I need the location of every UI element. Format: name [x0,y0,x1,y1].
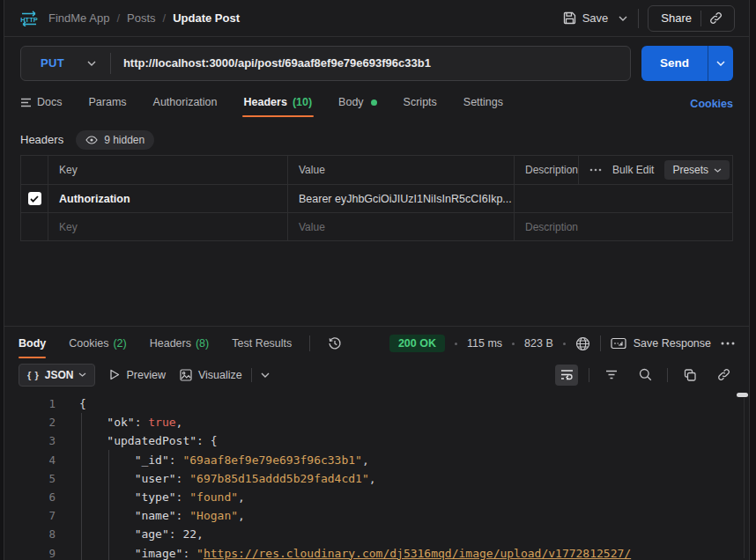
line-number: 7 [4,506,66,525]
json-link[interactable]: https://res.cloudinary.com/dj5316mqd/ima… [204,547,631,560]
response-more-icon[interactable] [721,342,735,345]
more-views-chevron-icon[interactable] [261,372,270,378]
share-button[interactable]: Share [652,11,700,25]
save-options-chevron-icon[interactable] [617,14,629,23]
row-checkbox-checked[interactable] [28,192,41,205]
tab-scripts-label: Scripts [404,96,437,108]
code-line: 5 "user": "697b85d15addd5b29fad4cd1", [4,469,749,488]
top-bar-actions: Save Share [563,5,735,32]
breadcrumb-request-title: Update Post [173,11,240,25]
response-tab-tests-label: Test Results [232,337,292,350]
code-line-text: "_id": "69aaf8ef9e79e693f96c33b1", [66,451,369,469]
braces-icon: { } [27,370,40,380]
preview-play-icon [109,369,120,380]
breadcrumb-collection[interactable]: FindMe App [48,11,109,25]
header-description-cell[interactable] [514,185,732,212]
more-horizontal-icon[interactable] [589,168,602,172]
url-input[interactable]: http://localhost:3000/api/post/69aaf8ef9… [123,56,431,70]
code-line-text: { [66,394,86,413]
response-tab-headers[interactable]: Headers (8) [150,328,210,358]
presets-label: Presets [672,164,708,176]
response-tab-test-results[interactable]: Test Results [232,328,292,358]
code-line-text: "ok": true, [66,413,182,431]
response-tab-cookies-label: Cookies [69,337,108,350]
tab-body-label: Body [338,96,364,108]
tab-docs[interactable]: Docs [20,96,62,121]
value-placeholder[interactable]: Value [299,221,325,233]
scrollbar-track[interactable] [744,398,745,558]
history-icon[interactable] [328,336,342,350]
tools-divider [667,368,668,382]
response-body-viewer[interactable]: 1{2 "ok": true,3 "updatedPost": {4 "_id"… [4,391,749,560]
tab-params[interactable]: Params [88,96,126,121]
code-line: 1{ [4,394,749,413]
scrollbar-thumb[interactable] [737,393,748,397]
top-bar: HTTP FindMe App / Posts / Update Post Sa… [4,0,749,37]
hidden-headers-label: 9 hidden [104,134,145,146]
tab-headers-label: Headers [244,96,287,108]
send-button[interactable]: Send [641,46,708,81]
response-tabs-divider [309,335,310,351]
line-number: 6 [4,488,66,506]
presets-dropdown[interactable]: Presets [664,160,730,180]
code-line: 6 "type": "found", [4,488,749,506]
code-lines: 1{2 "ok": true,3 "updatedPost": {4 "_id"… [4,394,749,560]
copy-icon[interactable] [678,365,701,386]
filter-icon[interactable] [600,365,623,386]
header-value-cell[interactable]: Bearer eyJhbGciOiJIUzI1NiIsInR5cCI6Ikp..… [299,193,512,205]
copy-link-icon[interactable] [701,11,730,25]
request-bar: PUT http://localhost:3000/api/post/69aaf… [4,37,749,89]
response-size[interactable]: 823 B [524,337,553,350]
send-options-chevron-icon[interactable] [708,46,733,81]
save-button[interactable]: Save [563,11,609,25]
link-icon[interactable] [712,365,735,386]
key-placeholder[interactable]: Key [59,221,78,233]
save-response-button[interactable]: Save Response [611,337,711,350]
tab-body[interactable]: Body [338,96,377,121]
empty-checkbox-cell [21,213,48,240]
response-meta: 200 OK 115 ms 823 B [389,335,735,352]
line-number: 2 [4,413,66,431]
tab-scripts[interactable]: Scripts [404,96,437,121]
header-row-authorization: Authorization Bearer eyJhbGciOiJIUzI1NiI… [21,184,732,212]
code-line-text: "updatedPost": { [66,431,218,450]
topbar-divider [638,9,639,28]
visualize-image-icon [180,369,192,381]
code-line: 2 "ok": true, [4,413,749,431]
tab-authorization[interactable]: Authorization [153,96,218,121]
response-headers-count: (8) [196,337,209,350]
visualize-label: Visualize [198,369,242,381]
meta-dot [512,343,515,345]
preview-button[interactable]: Preview [109,369,165,381]
code-line-text: "age": 22, [66,525,204,543]
response-time[interactable]: 115 ms [467,337,502,350]
bulk-edit-button[interactable]: Bulk Edit [612,164,654,176]
docs-list-icon [20,98,32,107]
method-selector[interactable]: PUT [21,56,110,70]
response-tab-cookies[interactable]: Cookies (2) [69,328,126,358]
preview-label: Preview [126,369,165,381]
breadcrumb-folder[interactable]: Posts [127,11,156,25]
response-tab-body[interactable]: Body [19,328,46,358]
search-icon[interactable] [634,365,656,386]
line-number: 9 [4,544,66,560]
status-badge[interactable]: 200 OK [389,335,445,352]
wrap-text-icon[interactable] [555,365,578,386]
presets-chevron-icon [714,168,722,173]
code-line-text: "user": "697b85d15addd5b29fad4cd1", [66,469,376,488]
code-line: 4 "_id": "69aaf8ef9e79e693f96c33b1", [4,451,749,469]
column-description: Description [525,164,578,176]
request-response-divider [4,241,749,327]
description-placeholder[interactable]: Description [525,221,578,233]
cookies-link[interactable]: Cookies [690,96,733,110]
save-button-label: Save [582,11,609,25]
hidden-headers-toggle[interactable]: 9 hidden [76,130,154,150]
tab-settings[interactable]: Settings [463,96,503,121]
format-dropdown[interactable]: { } JSON [19,364,95,387]
network-globe-icon[interactable] [575,336,590,351]
eye-icon [85,136,98,144]
visualize-button[interactable]: Visualize [180,369,242,381]
header-key-cell[interactable]: Authorization [59,193,130,205]
header-row-empty: Key Value Description [21,212,732,240]
tab-headers[interactable]: Headers (10) [244,96,313,121]
